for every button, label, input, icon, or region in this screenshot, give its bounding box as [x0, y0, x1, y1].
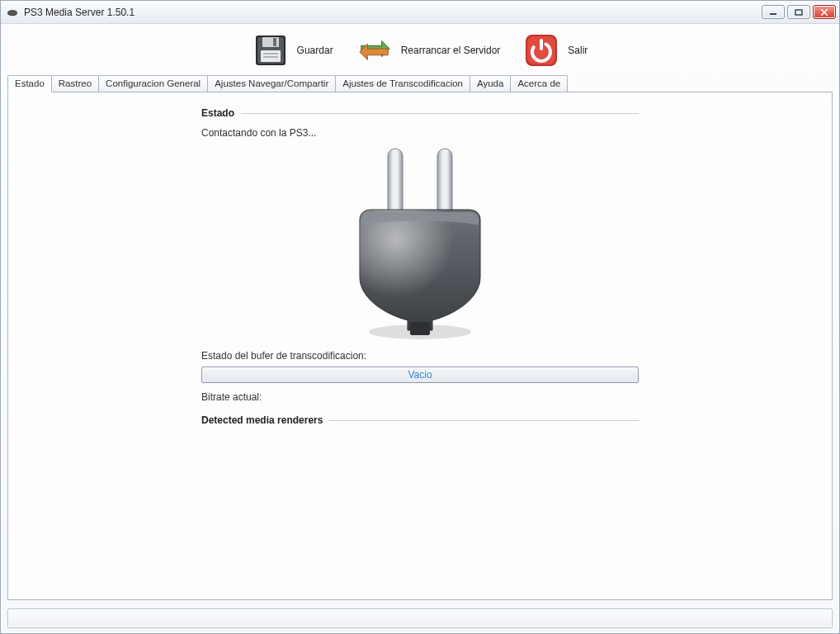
- maximize-button[interactable]: [787, 5, 810, 19]
- plug-image: [201, 144, 639, 342]
- contacting-text: Contactando con la PS3...: [201, 127, 639, 139]
- tab-panel: Estado Contactando con la PS3...: [7, 92, 833, 600]
- floppy-icon: [252, 32, 289, 69]
- power-icon: [523, 32, 559, 69]
- svg-rect-10: [263, 56, 278, 58]
- buffer-value: Vacio: [408, 369, 432, 381]
- quit-label: Salir: [568, 45, 588, 56]
- window-controls: [762, 5, 836, 19]
- svg-rect-16: [388, 149, 403, 218]
- tab-acerca-de[interactable]: Acerca de: [510, 75, 568, 92]
- close-button[interactable]: [813, 5, 836, 19]
- restart-button[interactable]: Rearrancar el Servidor: [356, 32, 501, 69]
- save-label: Guardar: [297, 45, 333, 56]
- svg-rect-14: [540, 39, 543, 50]
- window-title: PS3 Media Server 1.50.1: [24, 7, 762, 18]
- svg-rect-3: [795, 10, 802, 15]
- status-bar: [7, 608, 833, 628]
- svg-point-1: [7, 10, 17, 15]
- restart-label: Rearrancar el Servidor: [401, 45, 501, 56]
- svg-rect-9: [263, 53, 278, 54]
- svg-rect-18: [410, 322, 430, 335]
- section-estado: Estado: [201, 107, 639, 119]
- tab-rastreo[interactable]: Rastreo: [51, 75, 99, 92]
- tab-ajustes-transcodificacion[interactable]: Ajustes de Transcodificacion: [335, 75, 470, 92]
- titlebar: PS3 Media Server 1.50.1: [1, 1, 839, 24]
- restart-icon: [356, 32, 393, 69]
- tab-ayuda[interactable]: Ayuda: [470, 75, 511, 92]
- tab-strip: Estado Rastreo Configuracion General Aju…: [7, 75, 833, 92]
- svg-rect-17: [437, 149, 452, 218]
- app-icon: [6, 6, 19, 19]
- save-button[interactable]: Guardar: [252, 32, 333, 69]
- content-area: Guardar Rearrancar el Servidor: [1, 24, 839, 605]
- svg-rect-2: [770, 13, 776, 15]
- divider: [241, 113, 639, 114]
- renderers-label: Detected media renderers: [201, 414, 323, 426]
- bitrate-label: Bitrate actual:: [201, 391, 639, 403]
- divider: [329, 420, 639, 421]
- quit-button[interactable]: Salir: [523, 32, 588, 69]
- section-estado-label: Estado: [201, 107, 234, 119]
- svg-rect-7: [273, 38, 276, 46]
- minimize-button[interactable]: [762, 5, 785, 19]
- toolbar: Guardar Rearrancar el Servidor: [7, 29, 833, 73]
- tab-estado[interactable]: Estado: [7, 75, 52, 92]
- app-window: PS3 Media Server 1.50.1: [0, 0, 840, 634]
- buffer-label: Estado del bufer de transcodificacion:: [201, 350, 639, 362]
- buffer-progress: Vacio: [201, 367, 639, 383]
- tab-configuracion-general[interactable]: Configuracion General: [98, 75, 208, 92]
- section-renderers: Detected media renderers: [201, 414, 639, 426]
- tab-ajustes-navegar[interactable]: Ajustes Navegar/Compartir: [207, 75, 336, 92]
